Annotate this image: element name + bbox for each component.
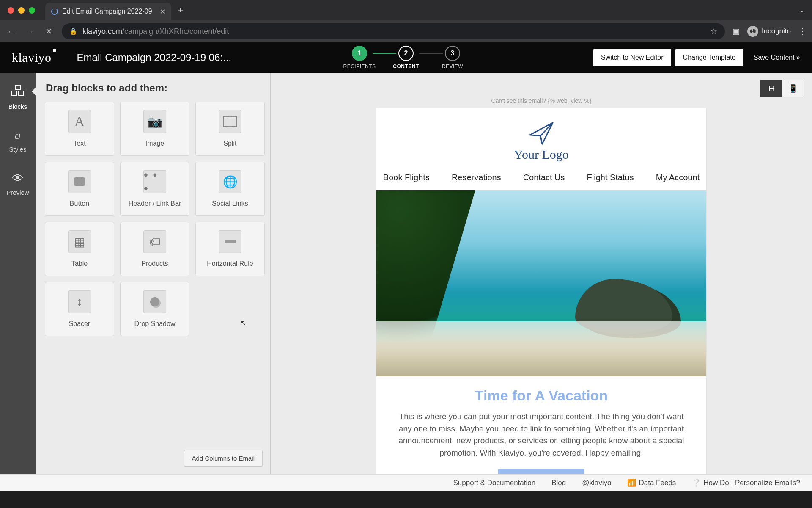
nav-link-reservations[interactable]: Reservations xyxy=(452,173,501,182)
help-icon: ❔ xyxy=(692,478,701,487)
url-host: klaviyo.com xyxy=(82,27,122,36)
tab-close-icon[interactable]: ✕ xyxy=(160,8,165,16)
block-header-link-bar[interactable]: • • • Header / Link Bar xyxy=(120,162,189,216)
spacer-block-icon: ↕ xyxy=(68,290,91,313)
nav-link-contact-us[interactable]: Contact Us xyxy=(523,173,565,182)
email-nav-bar[interactable]: Book Flights Reservations Contact Us Fli… xyxy=(376,168,706,190)
step-1-label: RECIPIENTS xyxy=(343,64,376,69)
block-button[interactable]: Button xyxy=(45,162,114,216)
block-label: Spacer xyxy=(69,320,91,328)
window-bottom-chrome xyxy=(0,491,812,508)
block-social-links[interactable]: 🌐 Social Links xyxy=(195,162,265,216)
step-2-label: CONTENT xyxy=(393,64,419,69)
block-split[interactable]: Split xyxy=(195,102,265,156)
incognito-indicator[interactable]: 🕶 Incognito xyxy=(747,26,791,37)
block-drop-shadow[interactable]: Drop Shadow xyxy=(120,282,189,336)
styles-icon: a xyxy=(15,129,21,142)
address-bar[interactable]: 🔒 klaviyo.com/campaign/XhXRhc/content/ed… xyxy=(62,23,725,39)
save-content-link[interactable]: Save Content » xyxy=(754,54,800,61)
step-recipients[interactable]: 1 RECIPIENTS xyxy=(336,46,383,69)
sidebar-tab-blocks[interactable]: Blocks xyxy=(0,81,36,113)
block-text[interactable]: A Text xyxy=(45,102,114,156)
email-heading[interactable]: Time for A Vacation xyxy=(376,387,706,404)
social-block-icon: 🌐 xyxy=(219,170,241,193)
footer-data-feeds-link[interactable]: 📶Data Feeds xyxy=(627,478,676,487)
blocks-icon xyxy=(11,85,24,99)
email-preview[interactable]: Your Logo Book Flights Reservations Cont… xyxy=(376,108,706,474)
blocks-grid: A Text 📷 Image Split Button • • • Header… xyxy=(36,102,270,336)
products-block-icon: 🏷 xyxy=(143,230,166,253)
text-block-icon: A xyxy=(68,110,91,133)
email-cta-button[interactable]: Learn More xyxy=(498,469,584,474)
tab-overflow-icon[interactable]: ⌄ xyxy=(799,7,804,14)
stop-reload-icon[interactable]: ✕ xyxy=(43,26,54,36)
block-label: Text xyxy=(73,140,85,147)
browser-toolbar: ← → ✕ 🔒 klaviyo.com/campaign/XhXRhc/cont… xyxy=(0,20,812,42)
klaviyo-logo[interactable]: klaviyo xyxy=(12,50,52,65)
loading-spinner-icon xyxy=(51,8,58,15)
block-label: Button xyxy=(70,200,89,207)
email-canvas: 🖥 📱 Can't see this email? {% web_view %}… xyxy=(271,73,812,474)
maximize-window-icon[interactable] xyxy=(29,7,35,14)
mac-traffic-lights xyxy=(8,7,35,14)
footer-twitter-link[interactable]: @klaviyo xyxy=(582,479,611,487)
block-table[interactable]: ▦ Table xyxy=(45,222,114,276)
switch-editor-button[interactable]: Switch to New Editor xyxy=(593,49,671,66)
step-review[interactable]: 3 REVIEW xyxy=(429,46,476,69)
bookmark-star-icon[interactable]: ☆ xyxy=(710,27,717,36)
campaign-title: Email Campaign 2022-09-19 06:... xyxy=(77,52,232,64)
app-footer: Support & Documentation Blog @klaviyo 📶D… xyxy=(0,474,812,491)
email-logo-block[interactable]: Your Logo xyxy=(376,108,706,168)
app-header: klaviyo Email Campaign 2022-09-19 06:...… xyxy=(0,42,812,73)
block-label: Image xyxy=(145,140,164,147)
svg-rect-2 xyxy=(19,91,24,95)
back-icon[interactable]: ← xyxy=(6,27,17,36)
forward-icon: → xyxy=(25,27,36,36)
nav-link-my-account[interactable]: My Account xyxy=(656,173,700,182)
sidebar-tab-preview[interactable]: 👁 Preview xyxy=(0,168,36,199)
footer-support-link[interactable]: Support & Documentation xyxy=(453,479,536,487)
email-body-text[interactable]: This is where you can put your most impo… xyxy=(376,411,706,459)
close-window-icon[interactable] xyxy=(8,7,14,14)
sidebar-tab-label: Styles xyxy=(9,146,27,153)
tab-title: Edit Email Campaign 2022-09 xyxy=(62,8,152,15)
nav-link-book-flights[interactable]: Book Flights xyxy=(383,173,430,182)
incognito-label: Incognito xyxy=(762,27,791,36)
svg-rect-0 xyxy=(15,85,20,89)
minimize-window-icon[interactable] xyxy=(18,7,25,14)
body-link[interactable]: link to something xyxy=(530,424,590,433)
new-tab-button[interactable]: + xyxy=(178,5,184,16)
nav-link-flight-status[interactable]: Flight Status xyxy=(587,173,634,182)
block-horizontal-rule[interactable]: Horizontal Rule xyxy=(195,222,265,276)
extensions-icon[interactable]: ▣ xyxy=(732,27,740,36)
browser-menu-icon[interactable]: ⋮ xyxy=(798,27,806,36)
blocks-panel-title: Drag blocks to add them: xyxy=(36,73,270,102)
hero-image[interactable] xyxy=(376,190,706,376)
block-image[interactable]: 📷 Image xyxy=(120,102,189,156)
change-template-button[interactable]: Change Template xyxy=(675,49,743,66)
step-1-circle: 1 xyxy=(352,46,367,61)
viewport-toggle: 🖥 📱 xyxy=(760,80,804,97)
blocks-panel: Drag blocks to add them: A Text 📷 Image … xyxy=(36,73,271,474)
add-columns-button[interactable]: Add Columns to Email xyxy=(184,450,263,467)
block-label: Horizontal Rule xyxy=(207,260,253,268)
webview-hint: Can't see this email? {% web_view %} xyxy=(491,97,592,104)
sidebar-tab-styles[interactable]: a Styles xyxy=(0,125,36,156)
block-label: Header / Link Bar xyxy=(129,200,181,207)
block-spacer[interactable]: ↕ Spacer xyxy=(45,282,114,336)
svg-rect-1 xyxy=(12,91,17,95)
step-2-circle: 2 xyxy=(398,46,414,61)
button-block-icon xyxy=(68,170,91,193)
footer-blog-link[interactable]: Blog xyxy=(551,479,566,487)
desktop-view-button[interactable]: 🖥 xyxy=(760,80,782,97)
browser-tab-strip: Edit Email Campaign 2022-09 ✕ + ⌄ xyxy=(0,0,812,20)
block-products[interactable]: 🏷 Products xyxy=(120,222,189,276)
step-content[interactable]: 2 CONTENT xyxy=(383,46,429,69)
mobile-view-button[interactable]: 📱 xyxy=(782,80,804,97)
footer-help-link[interactable]: ❔How Do I Personalize Emails? xyxy=(692,478,800,487)
lock-icon: 🔒 xyxy=(69,28,77,35)
logo-placeholder-text: Your Logo xyxy=(514,147,568,162)
block-label: Split xyxy=(223,140,236,147)
browser-tab-active[interactable]: Edit Email Campaign 2022-09 ✕ xyxy=(45,3,171,20)
url-path: /campaign/XhXRhc/content/edit xyxy=(122,27,229,36)
